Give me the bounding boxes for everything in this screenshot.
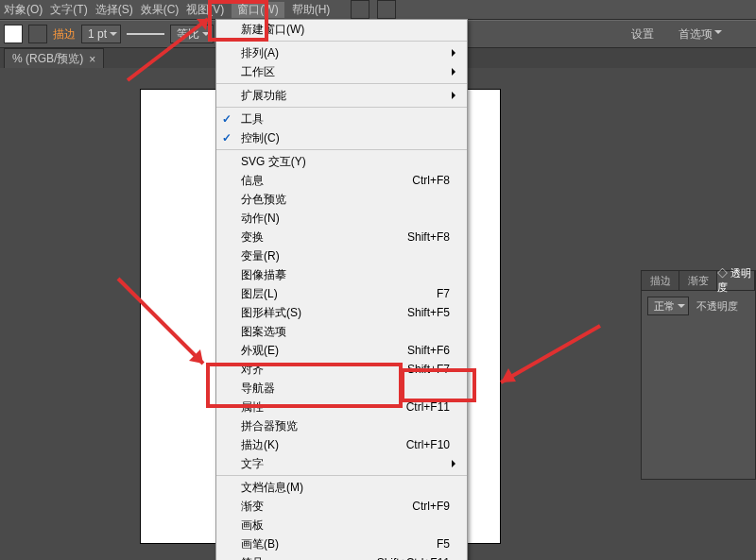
menu-item-label: 属性 [241, 399, 264, 416]
stroke-weight[interactable]: 1 pt [81, 25, 121, 43]
menu-item-shortcut: F7 [437, 287, 450, 300]
prefs-button[interactable]: 首选项 [669, 26, 731, 42]
menu-item-31[interactable]: 画笔(B)F5 [216, 535, 467, 553]
menu-item-label: 外观(E) [241, 343, 279, 359]
menu-item-16[interactable]: 图像描摹 [216, 265, 467, 284]
menu-item-shortcut: Ctrl+F10 [406, 438, 450, 451]
menu-item-label: 画板 [241, 518, 264, 534]
menu-item-label: 画笔(B) [241, 536, 279, 552]
fill-swatch[interactable] [4, 25, 23, 43]
menu-item-label: 排列(A) [241, 45, 279, 61]
menubar: 对象(O) 文字(T) 选择(S) 效果(C) 视图(V) 窗口(W) 帮助(H… [0, 0, 756, 20]
menu-item-7[interactable]: ✓工具 [216, 110, 467, 128]
menu-item-8[interactable]: ✓控制(C) [216, 128, 467, 147]
menu-item-label: 信息 [241, 173, 264, 189]
menu-item-29[interactable]: 渐变Ctrl+F9 [216, 497, 467, 516]
menu-item-label: 文档信息(M) [241, 480, 303, 496]
menu-item-label: 图形样式(S) [241, 305, 301, 321]
menu-item-label: 描边(K) [241, 437, 279, 453]
menu-item-23[interactable]: 属性Ctrl+F11 [216, 398, 467, 416]
menu-item-label: 扩展功能 [241, 88, 286, 104]
close-icon[interactable]: × [89, 53, 95, 66]
menu-item-3[interactable]: 工作区 [216, 62, 467, 81]
opacity-label: 不透明度 [696, 299, 738, 314]
menu-item-label: 图案选项 [241, 324, 286, 340]
menu-item-shortcut: Ctrl+F8 [412, 174, 450, 187]
blend-mode-combo[interactable]: 正常 [647, 297, 689, 315]
layout-icon[interactable] [351, 0, 369, 19]
menu-item-15[interactable]: 变量(R) [216, 246, 467, 265]
menu-object[interactable]: 对象(O) [4, 2, 43, 18]
menu-item-label: 变量(R) [241, 248, 280, 264]
menu-item-label: 控制(C) [241, 130, 280, 146]
menu-item-label: 工作区 [241, 64, 275, 80]
menu-view[interactable]: 视图(V) [186, 2, 224, 18]
menu-item-26[interactable]: 文字 [216, 454, 467, 473]
doc-setup-button[interactable]: 设置 [622, 26, 663, 42]
menu-item-shortcut: Shift+F7 [407, 363, 450, 376]
menu-window[interactable]: 窗口(W) [232, 2, 284, 18]
menu-item-17[interactable]: 图层(L)F7 [216, 284, 467, 303]
menu-item-13[interactable]: 动作(N) [216, 209, 467, 228]
menu-item-14[interactable]: 变换Shift+F8 [216, 228, 467, 246]
menu-item-label: 新建窗口(W) [241, 22, 304, 38]
check-icon: ✓ [222, 131, 232, 144]
panel-tab-transparency[interactable]: ◇ 透明度 [717, 271, 755, 290]
menu-item-30[interactable]: 画板 [216, 516, 467, 535]
document-tab-title: % (RGB/预览) [12, 51, 83, 67]
menu-item-22[interactable]: 导航器 [216, 379, 467, 398]
window-menu[interactable]: 新建窗口(W)排列(A)工作区扩展功能✓工具✓控制(C)SVG 交互(Y)信息C… [215, 19, 468, 560]
menu-item-11[interactable]: 信息Ctrl+F8 [216, 171, 467, 190]
menu-item-24[interactable]: 拼合器预览 [216, 416, 467, 435]
menu-item-label: 拼合器预览 [241, 418, 298, 434]
menu-item-label: 渐变 [241, 499, 264, 515]
menu-item-10[interactable]: SVG 交互(Y) [216, 152, 467, 171]
menu-item-2[interactable]: 排列(A) [216, 43, 467, 62]
menu-item-18[interactable]: 图形样式(S)Shift+F5 [216, 303, 467, 322]
menu-item-28[interactable]: 文档信息(M) [216, 478, 467, 497]
menu-item-label: 图层(L) [241, 286, 278, 302]
menu-item-label: SVG 交互(Y) [241, 154, 306, 170]
menu-item-label: 动作(N) [241, 211, 280, 227]
menu-effect[interactable]: 效果(C) [141, 2, 180, 18]
menu-item-label: 文字 [241, 456, 264, 472]
stroke-label: 描边 [53, 26, 76, 42]
panel-tab-gradient[interactable]: 渐变 [679, 271, 717, 290]
layout2-icon[interactable] [377, 0, 396, 19]
menu-item-5[interactable]: 扩展功能 [216, 86, 467, 105]
menu-item-shortcut: Shift+Ctrl+F11 [377, 556, 450, 560]
menu-item-label: 符号 [241, 555, 264, 561]
menu-help[interactable]: 帮助(H) [292, 2, 331, 18]
menu-item-shortcut: Shift+F6 [407, 344, 450, 357]
menu-item-shortcut: Shift+F5 [407, 306, 450, 319]
menu-item-label: 变换 [241, 229, 264, 246]
menu-select[interactable]: 选择(S) [95, 2, 133, 18]
transparency-panel[interactable]: 描边 渐变 ◇ 透明度 正常 不透明度 [641, 270, 756, 480]
menu-item-label: 对齐 [241, 362, 264, 378]
menu-item-0[interactable]: 新建窗口(W) [216, 20, 467, 39]
menu-item-shortcut: Shift+F8 [407, 230, 450, 244]
menu-text[interactable]: 文字(T) [50, 2, 87, 18]
menu-item-shortcut: Ctrl+F9 [412, 500, 450, 513]
menu-item-25[interactable]: 描边(K)Ctrl+F10 [216, 435, 467, 454]
menu-item-label: 图像描摹 [241, 267, 286, 283]
menu-item-20[interactable]: 外观(E)Shift+F6 [216, 341, 467, 360]
check-icon: ✓ [222, 112, 232, 126]
stroke-swatch[interactable] [28, 25, 47, 43]
menu-item-label: 导航器 [241, 381, 275, 397]
menu-item-label: 工具 [241, 111, 264, 127]
stroke-preview [127, 33, 164, 35]
menu-item-shortcut: Ctrl+F11 [406, 400, 450, 414]
panel-tab-stroke[interactable]: 描边 [642, 271, 679, 290]
menu-item-shortcut: F5 [437, 537, 450, 551]
menu-item-19[interactable]: 图案选项 [216, 322, 467, 341]
menu-item-12[interactable]: 分色预览 [216, 190, 467, 209]
document-tab[interactable]: % (RGB/预览) × [4, 48, 104, 69]
menu-item-32[interactable]: 符号Shift+Ctrl+F11 [216, 553, 467, 560]
menu-item-label: 分色预览 [241, 192, 286, 208]
scale-combo[interactable]: 等比 [170, 25, 214, 43]
menu-item-21[interactable]: 对齐Shift+F7 [216, 360, 467, 379]
